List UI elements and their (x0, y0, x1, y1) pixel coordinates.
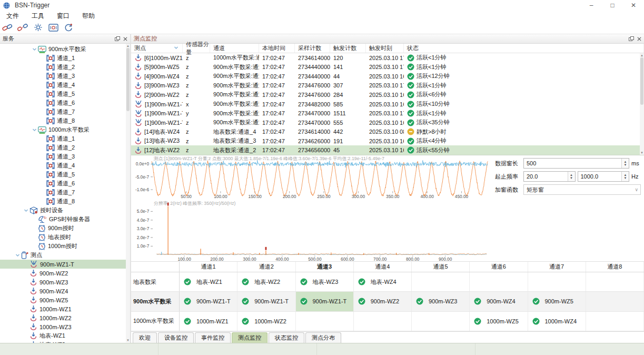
spinner-arrows-icon[interactable]: ▲▼ (568, 172, 575, 181)
tree-item[interactable]: 900m水平数采 (0, 45, 130, 54)
tree-item[interactable]: 地表-WZ1 (0, 331, 130, 340)
tree-item[interactable]: 地表授时 (0, 233, 130, 242)
channel-cell[interactable] (296, 312, 354, 331)
scroll-up-icon[interactable]: ▲ (126, 44, 130, 48)
tree-item[interactable]: 通道_7 (0, 188, 130, 197)
tab-point-distribution[interactable]: 测点分布 (305, 332, 341, 343)
channel-cell[interactable] (412, 312, 470, 331)
tree-item[interactable]: 900m-WZ5 (0, 295, 130, 304)
tree-item[interactable]: 通道_1 (0, 134, 130, 143)
sidebar-scrollbar[interactable]: ▲ ▼ (126, 44, 130, 342)
channel-cell[interactable]: 1000m-WZ1 (180, 312, 237, 331)
table-row[interactable]: [6]1000m-WZ1z1000m水平数采:通道_117:02:4727346… (131, 53, 640, 63)
channel-cell[interactable]: 900m-WZ3 (412, 292, 470, 311)
tree-item[interactable]: 通道_2 (0, 63, 130, 72)
channel-cell[interactable]: 900m-WZ1-T (296, 292, 354, 311)
tab-point-monitor[interactable]: 测点监控 (232, 332, 267, 343)
table-row[interactable]: [3]900m-WZ3z900m水平数采:通道_517:02:472734476… (131, 81, 640, 91)
table-header-cell[interactable]: 状态 (404, 44, 644, 53)
tree-item[interactable]: 1000m授时 (0, 242, 130, 251)
tree-item[interactable]: GPS时钟服务器 (0, 215, 130, 224)
charts[interactable]: 测点:[1]900m-WZ1-T 分量:z 点数:3000 最大值:1.85e-… (131, 155, 492, 261)
scroll-up-icon[interactable]: ▲ (640, 53, 643, 57)
tree-item[interactable]: 1000m-WZ1 (0, 304, 130, 313)
minimize-button[interactable]: – (581, 0, 602, 11)
chevron-down-icon[interactable] (22, 208, 29, 213)
scroll-down-icon[interactable]: ▼ (126, 338, 130, 342)
table-header-cell[interactable]: 触发时刻 (366, 44, 404, 53)
restart-button[interactable] (64, 22, 75, 33)
channel-cell[interactable]: 900m-WZ1-T (180, 292, 237, 311)
tree-item[interactable]: 通道_5 (0, 170, 130, 179)
channel-cell[interactable] (586, 312, 644, 331)
settings-button[interactable] (33, 22, 45, 33)
tab-device-monitor[interactable]: 设备监控 (158, 332, 194, 343)
table-row[interactable]: [1]900m-WZ1-Ty900m水平数采:通道_217:02:4727344… (131, 109, 640, 118)
tree-item[interactable]: 通道_4 (0, 81, 130, 90)
table-scrollbar[interactable]: ▲ ▼ (640, 53, 644, 155)
scroll-thumb[interactable] (640, 57, 643, 105)
menu-window[interactable]: 窗口 (51, 12, 76, 21)
channel-cell[interactable] (354, 312, 412, 331)
tree-item[interactable]: 1000m-WZ3 (0, 322, 130, 331)
tree-item[interactable]: 1000m-WZ2 (0, 313, 130, 322)
channel-cell[interactable]: 地表-WZ4 (354, 272, 412, 291)
table-row[interactable]: [1]900m-WZ1-Tx900m水平数采:通道_117:02:4727344… (131, 100, 640, 109)
channel-cell[interactable]: 1000m-WZ2 (237, 312, 295, 331)
menu-file[interactable]: 文件 (0, 12, 25, 21)
channel-cell[interactable]: 1000m-WZ4 (528, 312, 586, 331)
tree-item[interactable]: 900m-WZ3 (0, 278, 130, 287)
tree-item[interactable]: 通道_3 (0, 72, 130, 81)
table-header-cell[interactable]: 传感器分量 (183, 44, 210, 53)
channel-cell[interactable] (412, 272, 470, 291)
table-header-cell[interactable]: 本地时间 (259, 44, 295, 53)
tree-item[interactable]: 通道_6 (0, 98, 130, 107)
table-header-cell[interactable]: 采样计数 (295, 44, 330, 53)
connect-button[interactable] (3, 22, 14, 33)
float-panel-icon[interactable] (629, 36, 634, 42)
frequency-range-input[interactable]: 20.0▲▼ (523, 171, 576, 182)
channel-cell[interactable] (586, 292, 644, 311)
window-length-input[interactable]: 500▲▼ (523, 158, 629, 169)
scroll-thumb[interactable] (126, 48, 130, 111)
table-header-cell[interactable]: 触发计数 (330, 44, 366, 53)
tree-item[interactable]: 通道_1 (0, 54, 130, 63)
float-panel-icon[interactable] (115, 36, 120, 42)
channel-cell[interactable]: 地表-WZ2 (237, 272, 295, 291)
table-header-cell[interactable]: 测点 (131, 44, 183, 53)
channel-cell[interactable]: 地表-WZ3 (296, 272, 354, 291)
tab-status-monitor[interactable]: 状态监控 (269, 332, 304, 343)
channel-cell[interactable] (470, 272, 528, 291)
tree-item[interactable]: 900m-WZ4 (0, 287, 130, 295)
channel-cell[interactable]: 900m-WZ5 (528, 292, 586, 311)
scroll-down-icon[interactable]: ▼ (640, 151, 643, 155)
table-row[interactable]: [4]900m-WZ4z900m水平数采:通道_617:02:472734440… (131, 72, 640, 81)
tab-event-monitor[interactable]: 事件监控 (195, 332, 231, 343)
spinner-arrows-icon[interactable]: ▲▼ (621, 159, 629, 168)
table-row[interactable]: [1]900m-WZ1-Tz900m水平数采:通道_317:02:4727344… (131, 118, 640, 127)
table-row[interactable]: [14]地表-WZ4z地表数采:通道_417:02:47273461400044… (131, 127, 640, 136)
tree-item[interactable]: 900m授时 (0, 224, 130, 233)
channel-cell[interactable]: 1000m-WZ5 (470, 312, 528, 331)
menu-help[interactable]: 帮助 (76, 12, 101, 21)
menu-tools[interactable]: 工具 (25, 12, 51, 21)
tree-item[interactable]: 通道_3 (0, 152, 130, 161)
tree-item[interactable]: 通道_5 (0, 90, 130, 98)
tree-item[interactable]: 通道_8 (0, 116, 130, 125)
maximize-button[interactable]: □ (602, 0, 623, 11)
tree-item[interactable]: 地表-WZ2 (0, 340, 130, 343)
chevron-down-icon[interactable] (31, 46, 38, 52)
channel-cell[interactable]: 900m-WZ4 (470, 292, 528, 311)
chevron-down-icon[interactable] (31, 127, 38, 133)
tree-item[interactable]: 通道_6 (0, 179, 130, 188)
tree-item[interactable]: 1000m水平数采 (0, 125, 130, 134)
channel-cell[interactable] (586, 272, 644, 291)
table-row[interactable]: [2]900m-WZ2z900m水平数采:通道_417:02:472734476… (131, 90, 640, 100)
tree-item[interactable]: 900m-WZ1-T (0, 260, 130, 269)
tree-item[interactable]: 测点 (0, 251, 130, 260)
window-function-select[interactable]: 矩形窗∨ (523, 184, 641, 195)
tree-item[interactable]: 通道_2 (0, 143, 130, 152)
spectrum-chart[interactable]: 分辨率: 2(Hz) 峰值频率: 350(Hz)/50(Hz)5.0e-74.0… (131, 200, 492, 261)
tree-item[interactable]: 授时设备 (0, 206, 130, 215)
frequency-range-input[interactable]: 1000.0▲▼ (578, 171, 630, 182)
